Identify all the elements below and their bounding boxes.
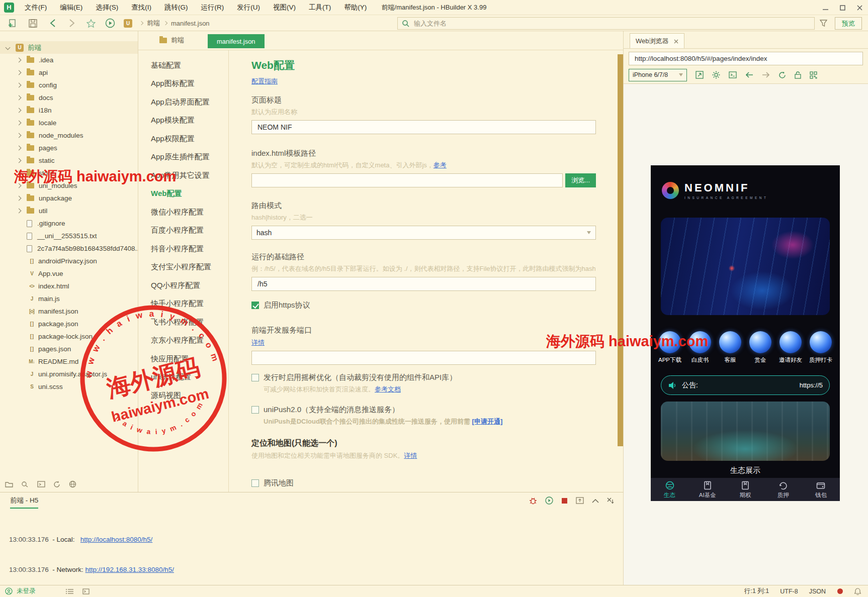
console-icon[interactable] [729, 71, 737, 78]
tree-folder[interactable]: config [0, 79, 138, 91]
tree-folder[interactable]: unpackage [0, 192, 138, 205]
nav-web-config[interactable]: Web配置 [138, 185, 228, 204]
tree-folder[interactable]: docs [0, 91, 138, 104]
close-button[interactable] [851, 0, 868, 15]
unipush-apply-link[interactable]: [申请开通] [472, 418, 503, 425]
nav-qq-mp-config[interactable]: QQ小程序配置 [138, 276, 228, 295]
ecology-photo[interactable] [661, 402, 830, 461]
quick-whitepaper[interactable]: 白皮书 [686, 331, 714, 364]
menu-help[interactable]: 帮助(Y) [337, 0, 373, 15]
url-bar[interactable] [629, 52, 863, 65]
tree-file[interactable]: [ ]package-lock.json [0, 330, 138, 343]
nav-feishu-mp-config[interactable]: 飞书小程序配置 [138, 313, 228, 332]
apptab-ecology[interactable]: 生态 [651, 478, 688, 501]
quick-stake-checkin[interactable]: 质押打卡 [807, 331, 835, 364]
tree-folder[interactable]: uni_modules [0, 179, 138, 192]
tree-folder[interactable]: node_modules [0, 129, 138, 142]
form-scrollbar[interactable] [618, 54, 623, 446]
folder-icon[interactable] [5, 481, 13, 487]
tree-file[interactable]: __uni__2553515.txt [0, 230, 138, 242]
tree-file[interactable]: 2c7a7f4a5b98b1684358fdd7408... [0, 242, 138, 255]
nav-forward-icon[interactable] [762, 72, 770, 78]
notice-bar[interactable]: 公告: https://5 [661, 375, 830, 395]
apptab-wallet[interactable]: 钱包 [802, 478, 840, 501]
nav-app-misc-config[interactable]: App常用其它设置 [138, 166, 228, 185]
apptab-options[interactable]: 期权 [726, 478, 764, 501]
quick-invite[interactable]: 邀请好友 [776, 331, 805, 364]
network-url-link[interactable]: http://192.168.31.33:8080/h5/ [85, 566, 174, 573]
cursor-position[interactable]: 行:1 列:1 [744, 587, 769, 595]
nav-douyin-mp-config[interactable]: 抖音小程序配置 [138, 240, 228, 258]
tree-file[interactable]: .gitignore [0, 217, 138, 230]
dev-port-input[interactable] [256, 353, 591, 362]
open-external-icon[interactable] [696, 71, 704, 79]
nav-app-module-config[interactable]: App模块配置 [138, 112, 228, 130]
https-checkbox[interactable] [251, 302, 259, 309]
treeshake-doc-link[interactable]: 参考文档 [375, 385, 401, 393]
outline-list-icon[interactable] [66, 588, 73, 594]
nav-app-permission-config[interactable]: App权限配置 [138, 130, 228, 148]
menu-select[interactable]: 选择(S) [89, 0, 125, 15]
terminal-icon[interactable] [82, 588, 90, 594]
close-panel-icon[interactable] [607, 497, 614, 504]
tab-web-browser[interactable]: Web浏览器 [630, 33, 684, 49]
stop-icon[interactable] [561, 497, 568, 504]
nav-baidu-mp-config[interactable]: 百度小程序配置 [138, 222, 228, 240]
template-path-input[interactable] [256, 176, 558, 185]
search-icon[interactable] [21, 481, 29, 487]
gear-icon[interactable] [712, 71, 720, 79]
tree-file[interactable]: Juni.promisify.adaptor.js [0, 368, 138, 380]
back-button[interactable] [46, 17, 59, 29]
nav-kuaishou-mp-config[interactable]: 快手小程序配置 [138, 295, 228, 314]
local-url-link[interactable]: http://localhost:8080/h5/ [80, 536, 152, 543]
minimize-button[interactable] [817, 0, 834, 15]
breadcrumb-file[interactable]: manifest.json [171, 20, 210, 27]
config-guide-link[interactable]: 配置指南 [251, 77, 278, 85]
tree-file[interactable]: [ ]pages.json [0, 343, 138, 355]
forward-button[interactable] [65, 17, 78, 29]
file-search-box[interactable] [397, 17, 815, 30]
globe-icon[interactable] [69, 480, 76, 488]
browse-button[interactable]: 浏览... [565, 173, 596, 187]
nav-quickapp-config[interactable]: 快应用配置 [138, 350, 228, 368]
menu-run[interactable]: 运行(R) [195, 0, 231, 15]
menu-file[interactable]: 文件(F) [18, 0, 53, 15]
tree-folder[interactable]: pages [0, 142, 138, 154]
nav-uni-statistics-config[interactable]: uni统计配置 [138, 368, 228, 387]
tree-file[interactable]: <>index.html [0, 280, 138, 292]
nav-jd-mp-config[interactable]: 京东小程序配置 [138, 332, 228, 350]
tree-file[interactable]: M↓README.md [0, 355, 138, 368]
refresh-icon[interactable] [53, 481, 61, 488]
save-button[interactable] [26, 17, 39, 29]
menu-publish[interactable]: 发行(U) [230, 0, 267, 15]
menu-view[interactable]: 视图(V) [267, 0, 302, 15]
tree-file[interactable]: VApp.vue [0, 267, 138, 280]
qr-code-icon[interactable] [810, 71, 817, 79]
tree-file[interactable]: Jmain.js [0, 292, 138, 305]
tencent-map-checkbox[interactable] [251, 479, 259, 487]
new-file-button[interactable] [6, 17, 19, 29]
run-button[interactable] [104, 17, 117, 29]
run-icon[interactable] [545, 496, 553, 505]
apptab-ai-fund[interactable]: AI基金 [688, 478, 726, 501]
tree-folder[interactable]: store [0, 167, 138, 179]
apptab-stake[interactable]: 质押 [764, 478, 802, 501]
debug-bug-icon[interactable] [529, 496, 537, 505]
notification-dot-icon[interactable] [837, 588, 843, 594]
console-icon[interactable] [37, 481, 45, 487]
menu-goto[interactable]: 跳转(G) [158, 0, 195, 15]
url-input[interactable] [634, 54, 858, 63]
quick-app-download[interactable]: APP下载 [656, 331, 684, 364]
nav-basic-config[interactable]: 基础配置 [138, 56, 228, 75]
menu-tools[interactable]: 工具(T) [302, 0, 337, 15]
tree-root-project[interactable]: U前端 [0, 41, 138, 54]
tree-file[interactable]: [ ]package.json [0, 318, 138, 330]
nav-app-icon-config[interactable]: App图标配置 [138, 75, 228, 93]
maximize-button[interactable] [834, 0, 851, 15]
nav-app-launch-config[interactable]: App启动界面配置 [138, 93, 228, 112]
export-log-icon[interactable] [576, 497, 584, 504]
tree-folder[interactable]: locale [0, 117, 138, 129]
nav-alipay-mp-config[interactable]: 支付宝小程序配置 [138, 258, 228, 277]
close-icon[interactable] [674, 39, 678, 44]
tree-file[interactable]: Suni.scss [0, 380, 138, 393]
